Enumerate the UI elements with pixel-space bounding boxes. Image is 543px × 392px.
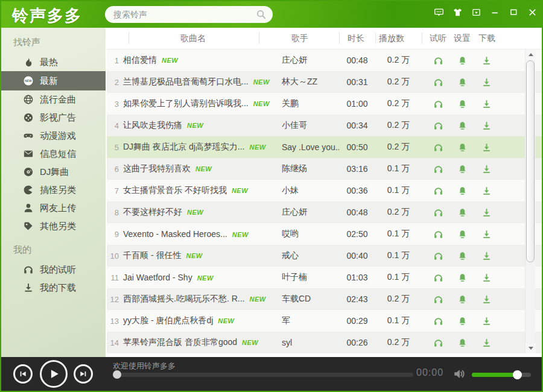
download-button[interactable] bbox=[474, 294, 498, 305]
table-row[interactable]: 6 这曲子我特别喜欢NEW 陈继炀 03:16 0.1 万 bbox=[107, 158, 543, 180]
set-ringtone-button[interactable] bbox=[450, 186, 474, 196]
set-ringtone-button[interactable] bbox=[450, 55, 474, 66]
set-ringtone-button[interactable] bbox=[450, 142, 474, 153]
listen-button[interactable] bbox=[426, 316, 450, 326]
download-button[interactable] bbox=[474, 164, 498, 174]
duration-value: 00:36 bbox=[339, 186, 375, 195]
volume-icon[interactable] bbox=[453, 367, 466, 381]
table-row[interactable]: 2 兰博基尼极品电音葡萄牙口水电...NEW 林大～ZZ 00:31 0.2 万 bbox=[107, 71, 543, 93]
play-count-value: 0.1 万 bbox=[375, 315, 422, 326]
listen-button[interactable] bbox=[426, 207, 450, 218]
feedback-icon[interactable] bbox=[433, 7, 444, 17]
download-button[interactable] bbox=[474, 77, 498, 87]
search-icon[interactable] bbox=[256, 9, 267, 20]
set-ringtone-button[interactable] bbox=[450, 164, 474, 174]
table-row[interactable]: 4 让风吹走我伤痛NEW 小佳哥 00:34 0.2 万 bbox=[107, 115, 543, 136]
set-ringtone-button[interactable] bbox=[450, 316, 474, 326]
download-button[interactable] bbox=[474, 338, 498, 348]
listen-button[interactable] bbox=[426, 273, 450, 283]
new-badge: NEW bbox=[187, 122, 203, 129]
listen-button[interactable] bbox=[426, 229, 450, 239]
skin-icon[interactable] bbox=[452, 7, 463, 17]
next-button[interactable] bbox=[74, 364, 93, 384]
play-count-value: 0.2 万 bbox=[375, 98, 422, 109]
download-button[interactable] bbox=[474, 55, 498, 66]
sidebar-item-envelope[interactable]: 信息短信 bbox=[1, 145, 106, 163]
download-button[interactable] bbox=[474, 121, 498, 131]
sidebar-item-new-badge[interactable]: NEW 最新 bbox=[1, 71, 106, 90]
download-button[interactable] bbox=[474, 251, 498, 261]
sidebar-item-film[interactable]: 影视广告 bbox=[1, 109, 106, 127]
listen-button[interactable] bbox=[426, 251, 450, 261]
sidebar-item-pacman[interactable]: 搞怪另类 bbox=[1, 181, 106, 199]
table-row[interactable]: 11 Jai Waetford - ShyNEW 叶子楠 01:03 0.1 万 bbox=[107, 267, 543, 288]
listen-button[interactable] bbox=[426, 294, 450, 305]
volume-thumb[interactable] bbox=[513, 370, 522, 379]
table-row[interactable]: 8 不要这样好不好NEW 庄心妍 00:48 0.2 万 bbox=[107, 201, 543, 223]
download-button[interactable] bbox=[474, 99, 498, 109]
set-ringtone-button[interactable] bbox=[450, 77, 474, 87]
table-row[interactable]: 3 如果你爱上了别人请别告诉哦我...NEW 关鹏 01:00 0.2 万 bbox=[107, 93, 543, 115]
listen-button[interactable] bbox=[426, 77, 450, 87]
sidebar-item-gamepad[interactable]: 动漫游戏 bbox=[1, 127, 106, 145]
previous-button[interactable] bbox=[13, 364, 33, 384]
maximize-icon[interactable] bbox=[508, 7, 519, 17]
sidebar-item-disc[interactable]: DJ舞曲 bbox=[1, 163, 106, 181]
sidebar-item-download[interactable]: 我的下载 bbox=[1, 279, 106, 297]
sidebar-item-tag[interactable]: 其他另类 bbox=[1, 217, 106, 235]
download-button[interactable] bbox=[474, 142, 498, 153]
progress-bar[interactable] bbox=[113, 373, 413, 377]
search-input[interactable] bbox=[113, 10, 256, 19]
sidebar-item-globe[interactable]: 流行金曲 bbox=[1, 90, 106, 109]
set-ringtone-button[interactable] bbox=[450, 229, 474, 239]
sidebar-item-headphones[interactable]: 我的试听 bbox=[1, 261, 106, 279]
scrollbar-thumb[interactable] bbox=[526, 60, 535, 262]
download-button[interactable] bbox=[474, 316, 498, 326]
scroll-up-button[interactable] bbox=[526, 49, 536, 60]
progress-thumb[interactable] bbox=[113, 370, 121, 379]
volume-slider[interactable] bbox=[472, 373, 531, 377]
listen-button[interactable] bbox=[426, 186, 450, 196]
download-button[interactable] bbox=[474, 186, 498, 196]
listen-button[interactable] bbox=[426, 142, 450, 153]
column-song-name: 歌曲名 bbox=[166, 33, 220, 44]
table-row[interactable]: 9 Vexento - Masked Heroes...NEW 哎哟 02:50… bbox=[107, 223, 543, 245]
time-display: 00:00 bbox=[416, 367, 443, 378]
download-button[interactable] bbox=[474, 229, 498, 239]
close-icon[interactable] bbox=[527, 7, 538, 17]
sidebar-item-user[interactable]: 网友上传 bbox=[1, 199, 106, 217]
table-row[interactable]: 10 千百顺 - 很任性NEW 戒心 00:40 0.1 万 bbox=[107, 245, 543, 267]
table-row[interactable]: 7 女主播背景音乐 不好听找我NEW 小妹 00:36 0.1 万 bbox=[107, 180, 543, 201]
set-ringtone-button[interactable] bbox=[450, 338, 474, 348]
table-row[interactable]: 12 西部酒城摇头.吃喝玩乐不愁. R...NEW 车载CD 02:43 0.2… bbox=[107, 288, 543, 310]
listen-button[interactable] bbox=[426, 55, 450, 66]
set-ringtone-button[interactable] bbox=[450, 207, 474, 218]
menu-dropdown-icon[interactable] bbox=[471, 7, 481, 17]
download-button[interactable] bbox=[474, 273, 498, 283]
sidebar-item-flame[interactable]: 最热 bbox=[1, 53, 106, 71]
table-row[interactable]: 14 苹果铃声混合版 音质非常goodNEW syl 00:26 0.2 万 bbox=[107, 332, 543, 353]
duration-value: 00:48 bbox=[339, 55, 375, 65]
minimize-icon[interactable] bbox=[489, 7, 500, 17]
set-ringtone-button[interactable] bbox=[450, 273, 474, 283]
set-ringtone-button[interactable] bbox=[450, 99, 474, 109]
listen-button[interactable] bbox=[426, 164, 450, 174]
set-ringtone-button[interactable] bbox=[450, 251, 474, 261]
tag-icon bbox=[23, 221, 34, 232]
vertical-scrollbar[interactable] bbox=[525, 49, 535, 353]
table-row[interactable]: 1 相信爱情NEW 庄心妍 00:48 0.2 万 bbox=[107, 49, 543, 71]
set-ringtone-button[interactable] bbox=[450, 121, 474, 131]
table-row[interactable]: 13 yy大脸 - 唐伯虎点秋香djNEW 军 00:29 0.1 万 bbox=[107, 310, 543, 332]
download-button[interactable] bbox=[474, 207, 498, 218]
set-ringtone-button[interactable] bbox=[450, 294, 474, 305]
sidebar-section-header: 我的 bbox=[1, 235, 106, 261]
headphones-icon bbox=[23, 264, 34, 275]
listen-button[interactable] bbox=[426, 99, 450, 109]
listen-button[interactable] bbox=[426, 338, 450, 348]
play-button[interactable] bbox=[40, 360, 68, 388]
listen-button[interactable] bbox=[426, 121, 450, 131]
table-row[interactable]: 5 DJ舞曲 夜店北京 dj高梦瑶实力...NEW Say .Love you.… bbox=[107, 136, 543, 158]
search-box[interactable] bbox=[105, 6, 273, 23]
scroll-down-button[interactable] bbox=[526, 343, 536, 353]
song-list-panel: 歌曲名 歌手 时长 播放数 试听 设置 下载 1 相信爱情NEW 庄心妍 00:… bbox=[107, 28, 543, 358]
